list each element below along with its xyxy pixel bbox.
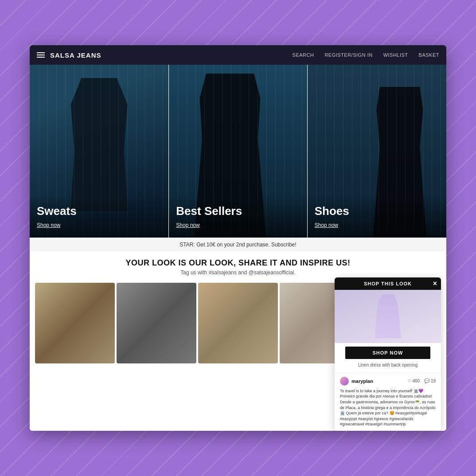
ugc-section: YOUR LOOK IS OUR LOOK, SHARE IT AND INSP… [30, 251, 446, 431]
promo-text: STAR: Get 10€ on your 2nd purchase. Subs… [179, 242, 296, 248]
register-link[interactable]: REGISTER/SIGN IN [324, 52, 372, 58]
product-dress-shape [375, 294, 401, 339]
hero-panel-sweats[interactable]: Sweats Shop now [30, 65, 168, 238]
browser-window: SALSA JEANS SEARCH REGISTER/SIGN IN WISH… [30, 45, 446, 431]
ugc-title: YOUR LOOK IS OUR LOOK, SHARE IT AND INSP… [30, 258, 446, 268]
shop-now-sweats[interactable]: Shop now [37, 222, 60, 228]
ugc-image-1 [35, 283, 115, 363]
panel-title-sweats: Sweats [37, 204, 161, 218]
social-stats: ♡ 460 💬 19 [407, 378, 436, 383]
ugc-header: YOUR LOOK IS OUR LOOK, SHARE IT AND INSP… [30, 251, 446, 279]
social-likes: ♡ 460 [407, 378, 420, 383]
ugc-thumb-2[interactable] [117, 283, 196, 363]
hero-panel-bestsellers[interactable]: Best Sellers Shop now [168, 65, 307, 238]
panel-overlay-bestsellers: Best Sellers Shop now [169, 195, 307, 238]
panel-overlay-sweats: Sweats Shop now [30, 195, 168, 238]
ugc-thumb-3[interactable] [198, 283, 278, 363]
navbar: SALSA JEANS SEARCH REGISTER/SIGN IN WISH… [30, 45, 446, 65]
popup-header: SHOP THIS LOOK × [335, 277, 441, 290]
popup-close-button[interactable]: × [433, 280, 437, 287]
hamburger-menu[interactable] [37, 52, 45, 58]
basket-link[interactable]: BASKET [419, 52, 439, 58]
wishlist-link[interactable]: WISHLIST [383, 52, 408, 58]
panel-title-bestsellers: Best Sellers [176, 204, 300, 218]
panel-title-shoes: Shoes [315, 204, 439, 218]
shop-now-bestsellers[interactable]: Shop now [176, 222, 199, 228]
panel-overlay-shoes: Shoes Shop now [308, 195, 446, 238]
popup-social-user: maryplan [340, 377, 373, 386]
navbar-right: SEARCH REGISTER/SIGN IN WISHLIST BASKET [293, 52, 439, 58]
hero-panel-shoes[interactable]: Shoes Shop now [308, 65, 446, 238]
social-comments: 💬 19 [424, 378, 436, 383]
popup-header-text: SHOP THIS LOOK [364, 281, 412, 286]
popup-product-image [335, 290, 441, 343]
promo-banner[interactable]: STAR: Get 10€ on your 2nd purchase. Subs… [30, 238, 446, 251]
popup-shop-now-button[interactable]: SHOP NOW [345, 347, 430, 359]
popup-social-header: maryplan ♡ 460 💬 19 [340, 377, 436, 386]
ugc-subtitle: Tag us with #salsajeans and @salsajeanso… [30, 269, 446, 276]
ugc-image-3 [198, 283, 278, 363]
ugc-image-2 [117, 283, 196, 363]
navbar-left: SALSA JEANS [37, 51, 101, 59]
social-caption: To travel is to take a journey into your… [340, 388, 436, 427]
shop-look-popup: SHOP THIS LOOK × SHOP NOW Linen dress wi… [335, 277, 441, 431]
ugc-thumb-1[interactable] [35, 283, 115, 363]
social-avatar [340, 377, 349, 386]
popup-product-label: Linen dress with back opening [340, 363, 436, 371]
social-username[interactable]: maryplan [351, 378, 373, 384]
brand-logo[interactable]: SALSA JEANS [50, 51, 101, 59]
search-link[interactable]: SEARCH [293, 52, 314, 58]
shop-now-shoes[interactable]: Shop now [315, 222, 338, 228]
hero-grid: Sweats Shop now Best Sellers Shop now Sh… [30, 65, 446, 238]
popup-social: maryplan ♡ 460 💬 19 To travel is to take… [335, 373, 441, 431]
